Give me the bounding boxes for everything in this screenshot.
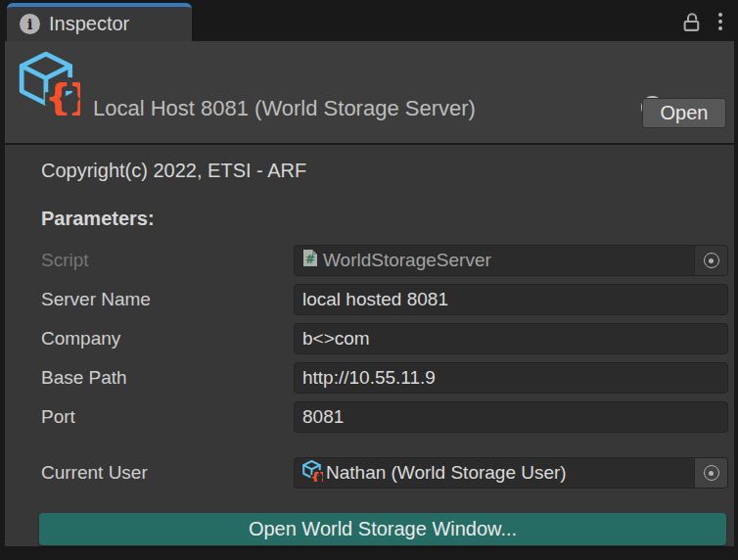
open-button[interactable]: Open xyxy=(642,98,726,128)
field-row-current-user: Current User {} {} Nathan (World Storage… xyxy=(5,457,734,489)
tab-label: Inspector xyxy=(49,13,129,35)
object-picker-zone[interactable] xyxy=(694,246,727,275)
base-path-value: http://10.55.11.9 xyxy=(302,367,436,389)
port-label: Port xyxy=(41,401,75,433)
svg-text:#: # xyxy=(305,253,315,266)
script-value: WorldStorageServer xyxy=(323,250,491,271)
open-world-storage-window-button[interactable]: Open World Storage Window... xyxy=(39,513,726,545)
server-name-input[interactable]: local hosted 8081 xyxy=(294,284,728,315)
world-storage-user-icon: {} {} xyxy=(302,460,323,487)
unlock-icon[interactable] xyxy=(681,11,704,33)
tab-bar: i Inspector xyxy=(0,0,738,41)
component-title: Local Host 8081 (World Storage Server) xyxy=(93,96,476,121)
inspector-window: i Inspector {} {} Local xyxy=(0,0,738,560)
object-picker-icon xyxy=(704,465,719,481)
component-header: {} {} Local Host 8081 (World Storage Ser… xyxy=(5,41,734,143)
base-path-input[interactable]: http://10.55.11.9 xyxy=(294,362,728,394)
current-user-object-field[interactable]: {} {} Nathan (World Storage User) xyxy=(294,457,728,489)
current-user-value: Nathan (World Storage User) xyxy=(326,462,567,484)
object-picker-icon xyxy=(704,253,719,268)
company-label: Company xyxy=(41,323,120,354)
info-icon: i xyxy=(20,14,40,34)
port-input[interactable]: 8081 xyxy=(294,401,728,433)
company-input[interactable]: b<>com xyxy=(294,323,728,354)
copyright-text: Copyright(c) 2022, ETSI - ARF xyxy=(41,160,306,182)
field-row-script: Script # WorldStorageServer xyxy=(5,245,734,276)
field-row-base-path: Base Path http://10.55.11.9 xyxy=(5,362,734,394)
company-value: b<>com xyxy=(302,328,370,350)
kebab-menu-icon[interactable] xyxy=(716,11,724,32)
field-row-port: Port 8081 xyxy=(5,401,734,433)
script-label: Script xyxy=(41,245,89,276)
current-user-label: Current User xyxy=(41,457,148,489)
svg-text:{}: {} xyxy=(45,76,80,116)
object-picker-zone[interactable] xyxy=(694,458,727,488)
field-row-company: Company b<>com xyxy=(5,323,734,354)
csharp-script-icon: # xyxy=(302,249,318,272)
inspector-body: Copyright(c) 2022, ETSI - ARF Parameters… xyxy=(5,145,734,546)
base-path-label: Base Path xyxy=(41,362,127,394)
server-name-value: local hosted 8081 xyxy=(302,289,448,310)
world-storage-server-icon: {} {} xyxy=(18,51,80,116)
svg-text:{}: {} xyxy=(310,468,323,481)
field-row-server-name: Server Name local hosted 8081 xyxy=(5,284,734,315)
server-name-label: Server Name xyxy=(41,284,151,315)
script-object-field[interactable]: # WorldStorageServer xyxy=(294,245,728,276)
tab-inspector[interactable]: i Inspector xyxy=(7,3,192,41)
port-value: 8081 xyxy=(302,406,344,428)
parameters-heading: Parameters: xyxy=(41,208,155,230)
